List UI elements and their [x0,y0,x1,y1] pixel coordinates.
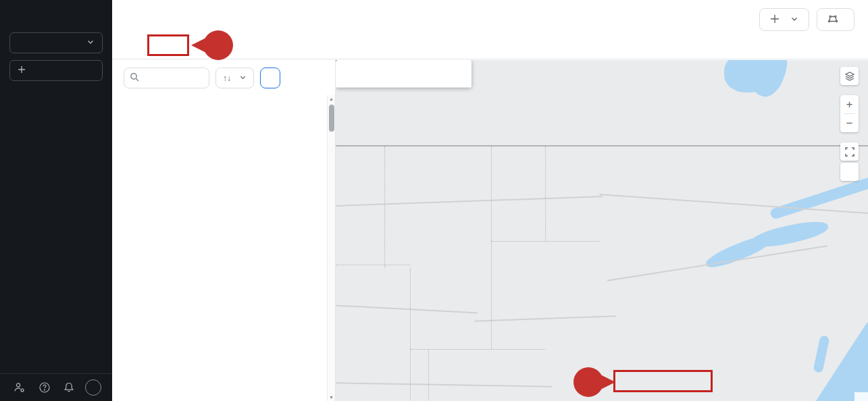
popup-menu [336,87,471,88]
sidebar-footer [0,373,112,401]
state-border [410,268,411,401]
map-extra-button[interactable] [840,163,859,181]
annotation-letter-b [573,367,603,397]
tab-bar [112,31,868,59]
create-geofence-button[interactable] [817,8,854,31]
state-border [336,265,410,265]
popup-coordinates [336,72,471,87]
plus-icon [770,14,780,26]
chevron-down-icon [790,15,798,25]
map-attribution [848,392,868,401]
vehicle-entries [112,95,327,401]
main-area: ↑↓ ▲ ▼ [112,0,868,401]
plus-icon [18,65,26,76]
page-title [112,0,868,9]
state-border [545,146,546,241]
chevron-down-icon [86,38,95,48]
scroll-down-icon[interactable]: ▼ [328,395,335,400]
road [607,245,827,282]
state-border [384,146,385,268]
list-scrollbar[interactable]: ▲ ▼ [327,95,335,401]
geofence-icon [827,14,838,26]
atlantic-ocean [795,309,868,401]
groups-dropdown[interactable] [9,32,103,53]
road [336,196,603,207]
chesapeake-bay [813,335,829,373]
balloon-tail [601,375,615,390]
road [336,382,552,387]
user-avatar[interactable] [85,379,101,396]
scroll-up-icon[interactable]: ▲ [328,97,335,101]
map-layers-button[interactable] [840,67,859,85]
add-entity-button[interactable] [759,8,809,31]
map-data-credit [854,392,861,401]
lake-erie [704,231,775,272]
vehicle-list-panel: ↑↓ ▲ ▼ [112,60,336,401]
terms-of-use-link[interactable] [861,392,868,401]
state-border [428,349,429,401]
sidebar [0,0,112,401]
map-border-line [336,145,868,146]
quick-actions-button[interactable] [9,60,103,81]
search-input[interactable] [143,72,200,84]
filter-button[interactable] [260,68,280,88]
st-lawrence-river [769,174,868,220]
sort-arrows-icon: ↑↓ [223,74,231,83]
page-header [112,0,868,31]
status-sort-dropdown[interactable]: ↑↓ [215,68,254,88]
search-icon [130,72,139,84]
map[interactable]: + − [336,60,868,401]
state-border [491,146,492,349]
search-input-wrapper [124,68,209,88]
notifications-bell-icon[interactable] [60,379,78,396]
zoom-out-button[interactable]: − [840,114,859,132]
map-zoom-control: + − [840,95,859,132]
road [336,305,478,314]
chevron-down-icon [239,73,247,83]
scrollbar-thumb[interactable] [329,105,334,132]
help-icon[interactable] [36,379,53,396]
zoom-in-button[interactable]: + [840,95,859,113]
road [474,315,616,321]
state-border [410,349,545,350]
fleet-view-app: ↑↓ ▲ ▼ [0,0,868,401]
popup-address [336,60,461,72]
state-border [491,241,599,242]
map-context-popup [336,60,471,88]
fullscreen-button[interactable] [840,142,859,161]
annotation-box-show-history [613,370,713,392]
admin-users-icon[interactable] [11,379,28,396]
motive-logo [0,0,112,26]
